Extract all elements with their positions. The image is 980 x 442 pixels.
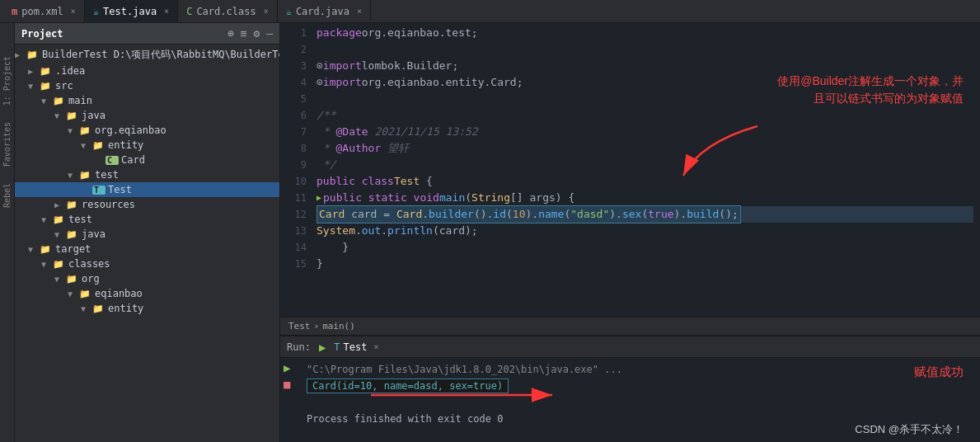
tree-arrow: ▶ xyxy=(28,67,40,76)
run-stop-button[interactable]: ■ xyxy=(284,378,290,391)
class-tree-icon: C xyxy=(106,156,119,165)
tree-item[interactable]: ▼📁src xyxy=(15,78,279,93)
test-tab-close[interactable]: × xyxy=(373,342,378,351)
tree-item[interactable]: ▼📁target xyxy=(15,242,279,256)
tree-arrow: ▶ xyxy=(15,50,26,59)
tree-item[interactable]: ▼📁main xyxy=(15,93,279,108)
breadcrumb-test: Test xyxy=(288,321,311,332)
breadcrumb-main: main() xyxy=(322,321,355,332)
tree-arrow: ▼ xyxy=(54,230,66,239)
tree-label: classes xyxy=(68,258,110,270)
test-tab-label: Test xyxy=(344,341,368,353)
tree-label: eqianbao xyxy=(95,288,143,299)
folder-icon: 📁 xyxy=(26,49,40,60)
run-icon-button[interactable]: ▶ xyxy=(319,341,326,354)
tab-card-class-close[interactable]: × xyxy=(264,7,269,16)
tree-item[interactable]: TTest xyxy=(15,182,279,197)
tree-item[interactable]: CCard xyxy=(15,153,279,167)
line-number: 2 xyxy=(284,41,307,58)
tab-test-java[interactable]: ☕ Test.java × xyxy=(85,0,178,23)
sidebar: 1: Project Favorites Rebel Project ⊕ ≡ ⚙… xyxy=(0,23,280,442)
tree-item[interactable]: ▼📁test xyxy=(15,167,279,182)
tree-label: entity xyxy=(108,139,143,151)
tab-bar: m pom.xml × ☕ Test.java × C Card.class ×… xyxy=(0,0,980,23)
tab-card-class[interactable]: C Card.class × xyxy=(178,0,278,23)
folder-icon: 📁 xyxy=(40,81,53,92)
tab-pom[interactable]: m pom.xml × xyxy=(3,0,85,23)
tree-item[interactable]: ▼📁classes xyxy=(15,256,279,271)
breadcrumb-sep: › xyxy=(314,321,320,332)
line-number: 10 xyxy=(284,173,307,190)
folder-icon: 📁 xyxy=(92,140,106,151)
tab-pom-close[interactable]: × xyxy=(71,7,76,16)
tree-item[interactable]: ▶📁.idea xyxy=(15,63,279,78)
tree-label: Card xyxy=(121,154,145,166)
editor: 123456789101112131415 package org.eqianb… xyxy=(280,23,980,317)
code-line: public class Test { xyxy=(317,173,973,190)
tree-item[interactable]: ▼📁entity xyxy=(15,138,279,153)
folder-icon: 📁 xyxy=(40,66,53,77)
tab-card-java-close[interactable]: × xyxy=(357,7,362,16)
vtab-project[interactable]: 1: Project xyxy=(2,56,12,106)
code-line: * @Author 望轩 xyxy=(317,140,973,157)
tree-item[interactable]: ▼📁java xyxy=(15,227,279,242)
folder-icon: 📁 xyxy=(66,274,79,284)
tree-item[interactable]: ▼📁org xyxy=(15,271,279,286)
line-number: 12 xyxy=(284,206,307,223)
code-area[interactable]: package org.eqianbao.test;⊙import lombok… xyxy=(310,23,980,317)
folder-blue-icon: 📁 xyxy=(53,96,66,106)
card-java-icon: ☕ xyxy=(286,6,292,17)
project-title: Project xyxy=(21,28,63,40)
code-line xyxy=(317,91,973,107)
tree-arrow: ▼ xyxy=(68,171,79,180)
folder-icon: 📁 xyxy=(53,259,66,270)
tree-item[interactable]: ▼📁test xyxy=(15,212,279,227)
vertical-tabs: 1: Project Favorites Rebel xyxy=(0,23,15,442)
line-number: 13 xyxy=(284,223,307,239)
code-line xyxy=(317,41,973,58)
java-icon: ☕ xyxy=(93,6,99,17)
line-number: 15 xyxy=(284,256,307,272)
tree-arrow: ▼ xyxy=(68,126,79,135)
tree-label: java xyxy=(82,228,106,240)
tree-label: target xyxy=(55,243,91,255)
tree-item[interactable]: ▼📁org.eqianbao xyxy=(15,123,279,138)
line-number: 3 xyxy=(284,58,307,74)
bottom-tab-test[interactable]: T Test × xyxy=(334,341,378,353)
line-numbers: 123456789101112131415 xyxy=(280,23,310,317)
folder-icon: 📁 xyxy=(92,303,106,314)
run-label: Run: xyxy=(287,341,311,353)
run-play-button[interactable]: ▶ xyxy=(284,361,290,374)
tab-pom-label: pom.xml xyxy=(21,6,63,17)
tree-label: java xyxy=(82,110,106,121)
header-icon-sync[interactable]: ⊕ ≡ ⚙ — xyxy=(227,27,273,40)
java-tree-icon: T xyxy=(92,186,106,195)
tree-label: .idea xyxy=(55,65,85,77)
test-tab-icon: T xyxy=(334,341,340,353)
code-line: Card card = Card.builder().id(10).name("… xyxy=(317,206,973,223)
code-content: package org.eqianbao.test;⊙import lombok… xyxy=(310,23,980,274)
tab-card-java[interactable]: ☕ Card.java × xyxy=(278,0,371,23)
tree-item[interactable]: ▼📁eqianbao xyxy=(15,286,279,301)
tree-arrow: ▼ xyxy=(28,82,40,91)
line-number: 8 xyxy=(284,140,307,157)
tree-label: entity xyxy=(108,303,143,314)
tree-item[interactable]: ▼📁entity xyxy=(15,301,279,316)
project-header: Project ⊕ ≡ ⚙ — xyxy=(15,23,279,45)
tree-label: main xyxy=(68,95,92,106)
vtab-rebtel[interactable]: Rebel xyxy=(2,183,12,208)
tree-label: test xyxy=(95,169,119,181)
tree-item[interactable]: ▼📁java xyxy=(15,108,279,123)
vtab-favorites[interactable]: Favorites xyxy=(2,122,12,167)
tab-card-class-label: Card.class xyxy=(196,6,256,17)
tab-test-close[interactable]: × xyxy=(164,7,169,16)
line-number: 9 xyxy=(284,157,307,173)
tree-item[interactable]: ▶📁resources xyxy=(15,197,279,212)
line-number: 5 xyxy=(284,91,307,107)
tree-arrow: ▼ xyxy=(41,215,53,224)
code-line: package org.eqianbao.test; xyxy=(317,25,973,41)
folder-icon: 📁 xyxy=(66,200,79,210)
folder-icon: 📁 xyxy=(40,244,53,255)
tree-item[interactable]: ▶📁BuilderTest D:\项目代码\RabbitMQ\BuilderTe… xyxy=(15,46,279,63)
tree-arrow: ▼ xyxy=(68,289,79,299)
